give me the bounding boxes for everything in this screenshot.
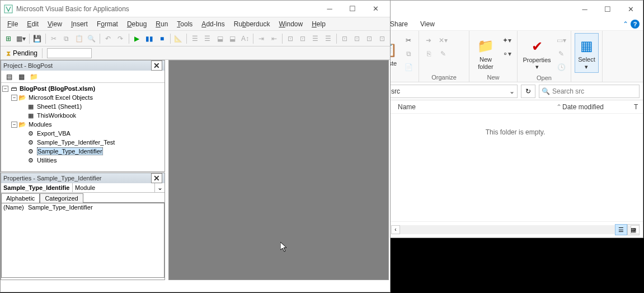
copy-button[interactable]: ⧉ <box>61 32 72 45</box>
menu-window[interactable]: Window <box>274 19 307 29</box>
tree-thisworkbook[interactable]: ThisWorkbook <box>37 112 76 119</box>
view-code-button[interactable]: ▤ <box>3 72 15 82</box>
paste-button[interactable]: 📋 <box>73 32 84 45</box>
address-bar[interactable]: ▮ › src ⌄ <box>378 85 518 98</box>
prop-val-name[interactable]: Sample_Type_Identifier <box>26 203 164 212</box>
tb-btn-13[interactable]: ⊡ <box>377 32 388 45</box>
tree-expander[interactable]: − <box>11 122 17 128</box>
tb-btn-8[interactable]: ☰ <box>310 32 321 45</box>
details-view-button[interactable]: ☰ <box>615 224 627 235</box>
menu-debug[interactable]: Debug <box>123 19 151 29</box>
tb-btn-9[interactable]: ☰ <box>322 32 333 45</box>
refresh-button[interactable]: ↻ <box>521 85 535 98</box>
chevron-up-icon[interactable]: ⌃ <box>556 103 562 111</box>
open-button[interactable]: ▭▾ <box>555 34 567 46</box>
new-folder-button[interactable]: 📁 New folder <box>473 33 499 73</box>
tree-expander[interactable]: − <box>11 95 17 101</box>
run-button[interactable]: ▶ <box>131 32 142 45</box>
minimize-button[interactable]: ─ <box>574 1 596 17</box>
toggle-folders-button[interactable]: 📁 <box>28 72 39 82</box>
address-dropdown-icon[interactable]: ⌄ <box>509 87 515 95</box>
menu-view[interactable]: View <box>43 19 67 29</box>
ribbon-collapse-icon[interactable]: ⌃ <box>623 20 628 28</box>
close-button[interactable]: ✕ <box>364 1 387 17</box>
large-icons-view-button[interactable]: ▦ <box>627 224 640 235</box>
menu-insert[interactable]: Insert <box>67 19 92 29</box>
col-type[interactable]: T <box>634 103 643 111</box>
pending-combo[interactable] <box>47 48 92 58</box>
tab-share[interactable]: Share <box>388 19 410 29</box>
maximize-button[interactable]: ☐ <box>341 1 364 17</box>
copy-button[interactable]: ⧉ <box>402 48 415 60</box>
tb-btn-11[interactable]: ⊡ <box>351 32 363 45</box>
moveto-button[interactable]: ➜ <box>422 34 435 46</box>
tb-btn-10[interactable]: ⊡ <box>339 32 350 45</box>
tree-excel-objects[interactable]: Microsoft Excel Objects <box>29 94 93 101</box>
cut-button[interactable]: ✂ <box>402 34 415 46</box>
find-button[interactable]: 🔍 <box>86 32 97 45</box>
tb-btn-12[interactable]: ⊡ <box>364 32 375 45</box>
tb-btn-3[interactable]: ⬓ <box>214 32 225 45</box>
menu-edit[interactable]: Edit <box>22 19 43 29</box>
menu-tools[interactable]: Tools <box>172 19 197 29</box>
horizontal-scrollbar[interactable]: ‹› <box>391 225 640 234</box>
close-button[interactable]: ✕ <box>619 1 642 17</box>
insert-module-button[interactable]: ▦▾ <box>15 32 26 45</box>
indent-button[interactable]: ⇥ <box>256 32 267 45</box>
dropdown-icon[interactable]: ⌄ <box>154 183 164 192</box>
select-button[interactable]: ▦ Select▾ <box>575 33 599 73</box>
edit-button[interactable]: ✎ <box>555 48 567 60</box>
tab-categorized[interactable]: Categorized <box>40 193 83 203</box>
tree-mod-utilities[interactable]: Utilities <box>37 157 57 164</box>
easy-access-button[interactable]: ⚬▾ <box>501 48 513 60</box>
paste-shortcut-button[interactable]: 📄 <box>402 61 415 73</box>
outdent-button[interactable]: ⇤ <box>268 32 279 45</box>
tree-mod-export[interactable]: Export_VBA <box>37 130 70 137</box>
tab-view[interactable]: View <box>418 19 437 29</box>
breadcrumb-src[interactable]: src <box>391 87 400 95</box>
history-button[interactable]: 🕓 <box>555 61 567 73</box>
undo-button[interactable]: ↶ <box>102 32 114 45</box>
new-item-button[interactable]: ✦▾ <box>501 34 513 46</box>
tab-alphabetic[interactable]: Alphabetic <box>1 193 40 203</box>
tb-btn-5[interactable]: A↕ <box>239 32 251 45</box>
minimize-button[interactable]: ─ <box>318 1 341 17</box>
save-button[interactable]: 💾 <box>32 32 43 45</box>
close-pane-button[interactable]: ✕ <box>151 173 162 183</box>
menu-format[interactable]: Format <box>92 19 123 29</box>
tb-btn-6[interactable]: ⊡ <box>285 32 296 45</box>
tree-modules[interactable]: Modules <box>29 121 52 128</box>
tree-mod-test[interactable]: Sample_Type_Identifer_Test <box>37 139 115 146</box>
object-selector[interactable]: Sample_Type_Identifie Module ⌄ <box>1 183 164 193</box>
redo-button[interactable]: ↷ <box>115 32 126 45</box>
col-name[interactable]: Name <box>398 103 556 111</box>
break-button[interactable]: ▮▮ <box>144 32 155 45</box>
tree-project[interactable]: BlogPost (BlogPost.xlsm) <box>20 85 95 92</box>
view-object-button[interactable]: ▦ <box>16 72 27 82</box>
maximize-button[interactable]: ☐ <box>596 1 619 17</box>
tb-btn-4[interactable]: ⬓ <box>227 32 238 45</box>
tb-btn-2[interactable]: ☰ <box>201 32 213 45</box>
menu-run[interactable]: Run <box>151 19 172 29</box>
search-input[interactable]: 🔍 Search src <box>539 85 640 98</box>
delete-button[interactable]: ✕▾ <box>437 34 449 46</box>
tb-btn-7[interactable]: ⊡ <box>297 32 308 45</box>
menu-file[interactable]: File <box>3 19 22 29</box>
pending-button[interactable]: ⧗ Pending <box>3 48 41 58</box>
rename-button[interactable]: ✎ <box>437 48 449 60</box>
close-pane-button[interactable]: ✕ <box>151 61 162 71</box>
help-icon[interactable]: ? <box>631 20 640 29</box>
tree-mod-identifier[interactable]: Sample_Type_Identifier <box>37 147 103 155</box>
col-date[interactable]: Date modified <box>562 103 634 111</box>
copyto-button[interactable]: ⎘ <box>422 48 435 60</box>
tree-sheet1[interactable]: Sheet1 (Sheet1) <box>37 103 82 110</box>
tree-expander[interactable]: − <box>2 86 8 92</box>
reset-button[interactable]: ■ <box>156 32 167 45</box>
menu-rubberduck[interactable]: Rubberduck <box>229 19 275 29</box>
menu-addins[interactable]: Add-Ins <box>197 19 229 29</box>
design-mode-button[interactable]: 📐 <box>173 32 184 45</box>
properties-button[interactable]: ✔ Properties ▾ <box>521 33 553 73</box>
cut-button[interactable]: ✂ <box>48 32 59 45</box>
tb-btn-1[interactable]: ☰ <box>189 32 200 45</box>
view-excel-button[interactable]: ⊞ <box>3 32 14 45</box>
